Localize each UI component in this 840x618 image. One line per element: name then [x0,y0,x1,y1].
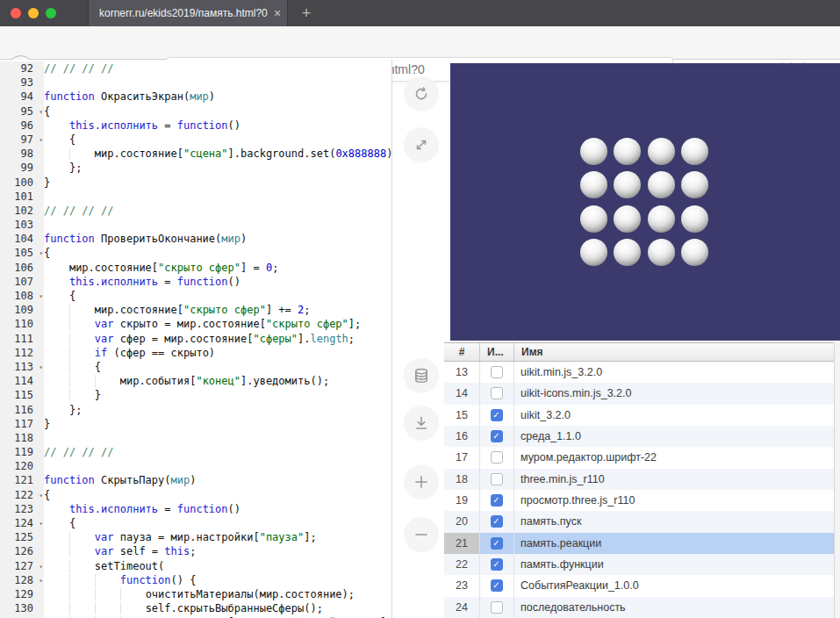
memory-sphere[interactable] [681,171,708,198]
memory-sphere[interactable] [648,205,675,233]
memory-sphere[interactable] [614,205,641,233]
row-checkbox[interactable] [491,601,503,614]
table-row[interactable]: 21✓память.реакции [444,533,840,554]
code-line: function() { [44,573,392,587]
memory-sphere[interactable] [681,205,708,233]
memory-sphere[interactable] [614,138,641,165]
row-checkbox[interactable]: ✓ [491,579,503,592]
browser-tab[interactable]: kornerr.ru/ekids2019/память.html?0 × [88,0,288,26]
line-number: 124▾ [0,516,44,530]
code-line [44,218,392,232]
table-row[interactable]: 19✓просмотр.three.js_r110 [444,490,840,511]
zoom-out-button[interactable] [404,517,439,552]
code-editor[interactable]: 92939495▾9697▾9899100101102103104105▾106… [0,60,392,618]
row-name: uikit-icons.min.js_3.2.0 [513,383,840,404]
header-used[interactable]: И... [479,343,513,361]
row-checkbox[interactable]: ✓ [491,537,503,550]
minimize-window-button[interactable] [28,8,39,18]
table-row[interactable]: 18three.min.js_r110 [444,469,840,490]
row-name: память.реакции [513,533,840,554]
row-number: 14 [444,383,479,404]
fold-toggle-icon[interactable]: ▾ [39,574,43,588]
memory-sphere[interactable] [681,239,708,266]
memory-sphere[interactable] [580,239,607,266]
memory-sphere[interactable] [648,239,675,266]
row-checkbox[interactable]: ✓ [491,494,503,507]
row-name: СобытияРеакции_1.0.0 [513,575,840,596]
navigation-toolbar: kornerr.ru/ekids2019/память.html?0 ••• [0,26,840,60]
line-number: 92 [0,61,44,75]
line-number: 126 [0,544,44,558]
memory-sphere[interactable] [614,171,641,198]
line-number: 108▾ [0,289,44,303]
table-row[interactable]: 22✓память.функции [444,554,840,575]
game-canvas[interactable] [450,63,840,341]
row-name: uikit_3.2.0 [513,405,840,426]
fold-toggle-icon[interactable]: ▾ [39,133,43,147]
fold-toggle-icon[interactable]: ▾ [39,489,43,503]
code-line [44,459,392,473]
table-row[interactable]: 17муром.редактор.шрифт-22 [444,447,840,468]
table-row[interactable]: 23✓СобытияРеакции_1.0.0 [444,575,840,596]
new-tab-button[interactable]: + [293,0,319,26]
row-number: 15 [444,405,479,426]
row-checkbox[interactable] [491,451,503,464]
memory-sphere[interactable] [614,239,641,266]
row-name: муром.редактор.шрифт-22 [513,447,840,468]
row-number: 16 [444,426,479,447]
fullscreen-button[interactable] [404,127,439,162]
code-line: { [44,246,392,260]
fold-toggle-icon[interactable]: ▾ [39,290,43,304]
line-number: 128▾ [0,573,44,587]
table-row[interactable]: 20✓память.пуск [444,511,840,532]
row-checkbox[interactable]: ✓ [491,409,503,421]
table-row[interactable]: 24последовательность [444,597,840,618]
resources-button[interactable] [404,358,439,393]
table-row[interactable]: 16✓среда_1.1.0 [444,426,840,447]
zoom-in-button[interactable] [404,464,439,499]
fold-toggle-icon[interactable]: ▾ [39,105,43,119]
table-row[interactable]: 15✓uikit_3.2.0 [444,405,840,426]
fold-toggle-icon[interactable]: ▾ [39,560,43,574]
header-number[interactable]: # [444,346,479,358]
close-window-button[interactable] [11,8,21,18]
line-number: 97▾ [0,133,44,147]
fold-toggle-icon[interactable]: ▾ [39,517,43,531]
zoom-window-button[interactable] [46,8,56,18]
memory-sphere[interactable] [580,205,607,233]
line-number: 119 [0,445,44,459]
row-checkbox[interactable]: ✓ [491,558,503,571]
code-line: this.исполнить = function() [44,119,392,133]
row-checkbox[interactable] [491,473,503,485]
module-table: 13uikit.min.js_3.2.014uikit-icons.min.js… [444,362,840,618]
row-checkbox-cell: ✓ [479,533,513,554]
row-checkbox[interactable] [491,387,503,399]
code-line: { [44,104,392,119]
fold-toggle-icon[interactable]: ▾ [39,247,43,261]
download-button[interactable] [404,406,439,441]
table-scrollbar[interactable] [834,342,840,618]
row-checkbox[interactable]: ✓ [491,430,503,442]
row-name: просмотр.three.js_r110 [513,490,840,511]
row-checkbox-cell: ✓ [479,426,513,447]
code-line: var скрыто = мир.состояние["скрыто сфер"… [44,317,392,331]
line-number: 100 [0,176,44,190]
memory-sphere[interactable] [580,171,607,198]
line-number: 127▾ [0,559,44,573]
reload-scene-button[interactable] [404,76,439,111]
memory-sphere[interactable] [681,138,708,165]
header-name[interactable]: Имя [513,343,840,361]
row-checkbox-cell [479,469,513,490]
code-line: self.скрытьВыбранныеСферы(); [44,601,392,615]
fold-toggle-icon[interactable]: ▾ [39,361,43,375]
row-checkbox[interactable]: ✓ [491,515,503,528]
memory-sphere[interactable] [580,138,607,165]
memory-sphere[interactable] [648,171,675,198]
code-text-area[interactable]: // // // //function ОкраситьЭкран(мир){ … [44,61,392,618]
database-icon [413,367,430,384]
tab-close-icon[interactable]: × [268,6,287,20]
table-row[interactable]: 14uikit-icons.min.js_3.2.0 [444,383,840,404]
table-row[interactable]: 13uikit.min.js_3.2.0 [444,362,840,383]
memory-sphere[interactable] [648,138,675,165]
row-checkbox[interactable] [491,366,503,378]
